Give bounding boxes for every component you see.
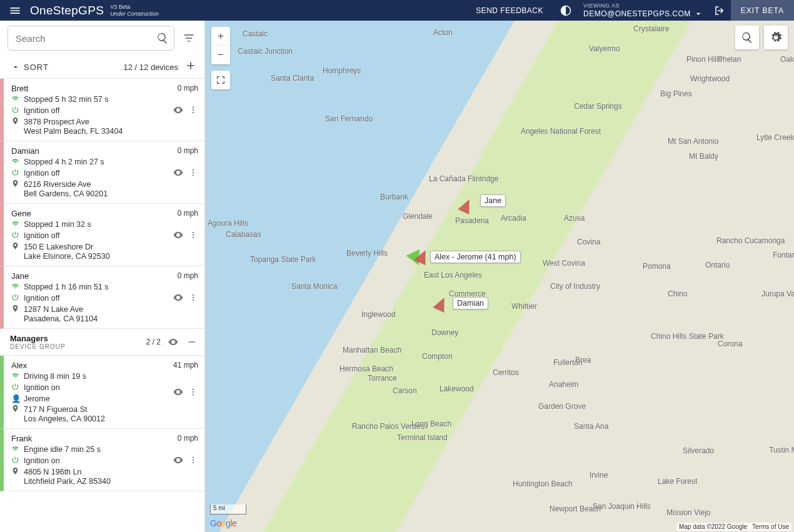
chevron-down-icon [693, 9, 703, 19]
svg-point-19 [193, 461, 194, 463]
map-city-label: Covina [577, 238, 600, 246]
map-city-label: Rancho Palos Verdes [352, 422, 424, 431]
zoom-out-button[interactable]: − [211, 46, 230, 64]
device-item[interactable]: Damian0 mph Stopped 4 h 2 min 27 s Ignit… [0, 141, 204, 204]
beta-label: V3 Beta Under Construction [110, 4, 159, 18]
map-city-label: Humphreys [323, 66, 361, 75]
svg-point-10 [193, 294, 194, 295]
more-icon[interactable] [187, 454, 199, 466]
search-icon[interactable] [156, 32, 169, 44]
sort-toggle[interactable]: SORT [11, 63, 49, 72]
hamburger-menu-icon[interactable] [5, 1, 25, 21]
svg-point-11 [193, 296, 194, 298]
map-canvas[interactable]: + − CastaicCastaic JunctionActonCrystala… [205, 21, 794, 532]
send-feedback-button[interactable]: SEND FEEDBACK [466, 0, 553, 21]
eye-icon[interactable] [172, 104, 184, 116]
eye-icon[interactable] [172, 291, 184, 304]
logout-icon[interactable] [708, 0, 731, 21]
map-city-label: Crystalaire [633, 24, 669, 33]
google-logo: Google [210, 518, 236, 528]
map-city-label: Lytle Creek Scotland [756, 133, 794, 142]
map-city-label: Anaheim [549, 380, 578, 389]
power-icon [11, 168, 20, 178]
more-icon[interactable] [187, 104, 199, 116]
map-city-label: La Cañada Flintridge [429, 174, 498, 183]
map-city-label: Glendale [403, 212, 433, 221]
svg-point-17 [193, 456, 194, 458]
device-list[interactable]: Brett0 mph Stopped 5 h 32 min 57 s Ignit… [0, 79, 204, 532]
pin-icon [11, 304, 20, 314]
wifi-icon [11, 371, 20, 381]
map-city-label: West Covina [543, 259, 585, 268]
pin-icon [11, 404, 20, 414]
zoom-in-button[interactable]: + [211, 27, 230, 46]
pin-icon [11, 467, 20, 477]
svg-point-16 [193, 394, 194, 395]
eye-icon[interactable] [167, 336, 179, 348]
map-attribution: Map data ©2022 GoogleTerms of Use [676, 523, 791, 531]
group-header[interactable]: Managers DEVICE GROUP 2 / 2 [0, 329, 204, 356]
eye-icon[interactable] [172, 229, 184, 241]
map-city-label: Irvine [590, 471, 608, 479]
eye-icon[interactable] [172, 386, 184, 398]
device-item[interactable]: Gene0 mph Stopped 1 min 32 s Ignition of… [0, 204, 204, 266]
map-city-label: Jurupa Valley [761, 289, 794, 298]
viewing-as[interactable]: VIEWING AS DEMO@ONESTEPGPS.COM [578, 3, 708, 19]
map-marker-damian[interactable] [433, 295, 450, 313]
gear-icon[interactable] [764, 26, 788, 49]
map-city-label: Oak Hills [780, 55, 794, 64]
map-tag-alex[interactable]: Alex - Jerome (41 mph) [430, 251, 521, 263]
more-icon[interactable] [187, 166, 199, 179]
wifi-icon [11, 282, 20, 292]
map-scale: 5 mi [210, 504, 246, 514]
map-city-label: Topanga State Park [250, 255, 316, 264]
svg-point-2 [193, 109, 194, 110]
map-marker-jane[interactable] [458, 197, 475, 214]
map-city-label: Inglewood [361, 310, 396, 319]
svg-point-9 [193, 236, 194, 238]
map-city-label: San Joaquin Hills [593, 502, 651, 511]
device-count: 12 / 12 devices [124, 63, 178, 72]
map-tag-damian[interactable]: Damian [453, 297, 488, 309]
map-tag-jane[interactable]: Jane [480, 194, 506, 207]
device-item[interactable]: Alex41 mph Driving 8 min 19 s Ignition o… [0, 356, 204, 429]
device-item[interactable]: Frank0 mph Engine idle 7 min 25 s Igniti… [0, 429, 204, 491]
map-city-label: Phelan [718, 55, 741, 64]
map-search-icon[interactable] [735, 26, 759, 49]
fullscreen-icon[interactable] [211, 71, 230, 89]
eye-icon[interactable] [172, 454, 184, 466]
map-city-label: Torrance [368, 374, 397, 383]
svg-rect-13 [189, 341, 196, 343]
power-icon [11, 456, 20, 466]
app-logo: OneStepGPS [30, 4, 104, 18]
wifi-icon [11, 157, 20, 167]
map-city-label: Terminal Island [397, 433, 448, 442]
eye-icon[interactable] [172, 166, 184, 179]
add-icon[interactable] [184, 59, 197, 74]
app-header: OneStepGPS V3 Beta Under Construction SE… [0, 0, 794, 21]
map-city-label: City of Industry [550, 282, 600, 291]
search-box[interactable] [8, 26, 174, 51]
map-city-label: Garden Grove [538, 402, 586, 411]
map-city-label: Mission Viejo [666, 508, 710, 517]
device-item[interactable]: Brett0 mph Stopped 5 h 32 min 57 s Ignit… [0, 79, 204, 141]
exit-beta-button[interactable]: EXIT BETA [731, 0, 794, 21]
device-item[interactable]: Jane0 mph Stopped 1 h 16 min 51 s Igniti… [0, 266, 204, 329]
more-icon[interactable] [187, 291, 199, 304]
filter-icon[interactable] [179, 29, 198, 48]
map-city-label: Santa Ana [574, 422, 608, 431]
more-icon[interactable] [187, 386, 199, 398]
terms-link[interactable]: Terms of Use [752, 523, 789, 530]
map-city-label: Big Pines [660, 89, 692, 98]
search-input[interactable] [16, 33, 156, 44]
wifi-icon [11, 94, 20, 104]
map-city-label: Corona [718, 339, 742, 348]
more-icon[interactable] [187, 229, 199, 241]
svg-point-12 [193, 299, 194, 300]
collapse-icon[interactable] [186, 336, 198, 348]
map-city-label: San Fernando [325, 114, 373, 123]
map-city-label: Fontana [773, 251, 794, 259]
contrast-icon[interactable] [553, 0, 578, 21]
svg-point-5 [193, 171, 194, 173]
map-city-label: Acton [433, 28, 453, 37]
